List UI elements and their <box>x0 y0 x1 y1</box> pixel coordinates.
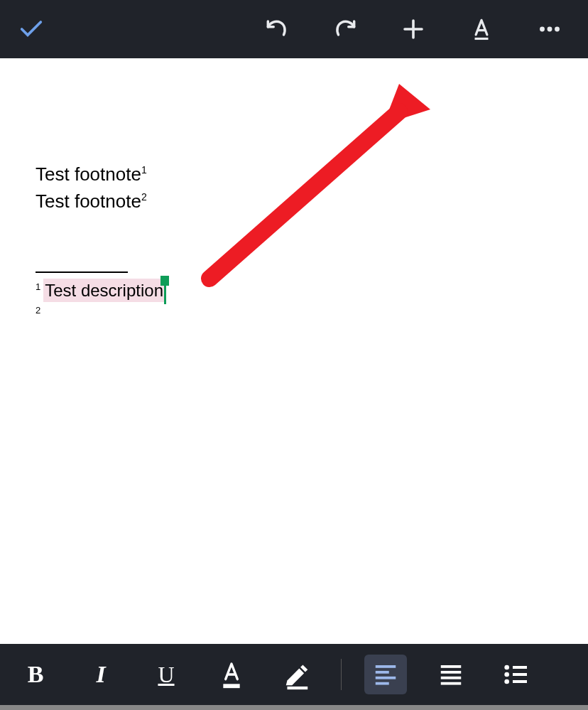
italic-button[interactable]: I <box>80 655 122 694</box>
toolbar-divider <box>341 659 342 690</box>
bold-label: B <box>28 661 44 688</box>
bulleted-list-button[interactable] <box>495 655 538 694</box>
top-toolbar <box>0 0 588 58</box>
underline-label: U <box>158 662 174 688</box>
body-line-2[interactable]: Test footnote2 <box>36 188 552 214</box>
italic-label: I <box>96 661 105 688</box>
body-line-1[interactable]: Test footnote1 <box>36 161 552 187</box>
svg-rect-7 <box>287 687 307 689</box>
text-color-button[interactable] <box>210 655 253 694</box>
more-icon <box>537 16 562 42</box>
footnote-text-1-highlight: Test description <box>43 279 165 303</box>
svg-rect-6 <box>223 684 239 688</box>
svg-point-3 <box>555 27 560 32</box>
align-justify-icon <box>437 661 464 688</box>
bold-button[interactable]: B <box>14 655 57 694</box>
highlight-icon <box>282 659 312 690</box>
body-sup-2: 2 <box>141 192 147 203</box>
svg-point-1 <box>540 27 545 32</box>
align-left-icon <box>372 661 399 688</box>
align-left-button[interactable] <box>364 655 407 694</box>
highlight-button[interactable] <box>276 655 318 694</box>
text-format-button[interactable] <box>464 12 499 46</box>
footnote-row-2[interactable]: 2 <box>36 302 552 315</box>
undo-button[interactable] <box>260 12 294 46</box>
svg-point-18 <box>504 679 509 684</box>
check-icon <box>17 15 45 43</box>
body-text-2: Test footnote <box>36 190 141 212</box>
document-area[interactable]: Test footnote1 Test footnote2 1 Test des… <box>0 58 588 644</box>
svg-point-16 <box>504 665 509 670</box>
svg-point-17 <box>504 672 509 677</box>
align-justify-button[interactable] <box>430 655 472 694</box>
body-text-1: Test footnote <box>36 163 141 185</box>
bottom-toolbar: B I U <box>0 644 588 705</box>
text-cursor-icon <box>164 286 166 304</box>
bulleted-list-icon <box>502 660 530 689</box>
body-sup-1: 1 <box>141 164 147 176</box>
text-color-icon <box>217 659 246 690</box>
text-format-icon <box>468 16 495 43</box>
done-button[interactable] <box>14 12 48 46</box>
svg-point-2 <box>548 27 552 32</box>
more-button[interactable] <box>533 12 567 46</box>
footnote-row-1[interactable]: 1 Test description <box>36 279 552 303</box>
redo-icon <box>332 16 359 43</box>
plus-icon <box>401 16 426 42</box>
footnote-separator <box>36 271 128 273</box>
bottom-edge <box>0 705 588 710</box>
footnote-number-2: 2 <box>36 302 40 315</box>
cursor-handle-icon[interactable] <box>160 276 169 286</box>
footnote-text-1: Test description <box>45 281 163 300</box>
underline-button[interactable]: U <box>145 655 187 694</box>
redo-button[interactable] <box>328 12 362 46</box>
add-button[interactable] <box>396 12 430 46</box>
undo-icon <box>263 16 290 43</box>
footnote-number-1: 1 <box>36 279 40 291</box>
